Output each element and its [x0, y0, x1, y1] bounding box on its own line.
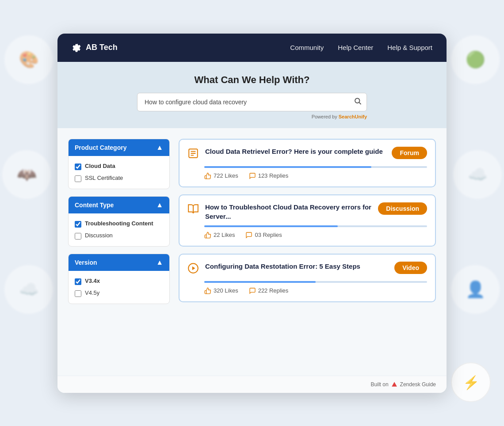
checkbox-cloud-data[interactable] [75, 164, 81, 170]
powered-by: Powered by SearchUnify [137, 114, 367, 119]
result-2-header: How to Troubleshoot Cloud Data Recovery … [187, 202, 427, 221]
result-2-replies: 03 Replies [245, 232, 282, 239]
result-3-title: Configuring Data Restotation Error: 5 Ea… [205, 262, 388, 271]
filter-version-label: Version [75, 259, 97, 266]
nav-help-center[interactable]: Help Center [338, 44, 373, 51]
nav-community[interactable]: Community [290, 44, 324, 51]
filter-item-v45y[interactable]: V4.5y [75, 287, 163, 299]
result-1-title: Cloud Data Retrievel Error? Here is your… [205, 147, 386, 156]
filter-item-ssl[interactable]: SSL Certificate [75, 172, 163, 184]
reply-icon-3 [249, 287, 256, 294]
result-1-likes-text: 722 Likes [214, 172, 238, 179]
result-3-icon [187, 262, 199, 277]
filter-content-type-body: Troubleshooting Content Discussion [69, 213, 169, 246]
search-bar-wrap [137, 93, 367, 111]
svg-line-1 [359, 102, 361, 104]
filter-product-category-label: Product Category [75, 144, 126, 151]
filter-troubleshooting-label: Troubleshooting Content [85, 220, 153, 227]
checkbox-troubleshooting[interactable] [75, 221, 81, 228]
brand-name: AB Tech [86, 43, 118, 52]
bg-circle-1: 🎨 [4, 35, 53, 84]
filter-content-type-header[interactable]: Content Type ▲ [69, 197, 169, 213]
chevron-up-icon: ▲ [156, 144, 163, 152]
result-2-icon [187, 203, 199, 217]
result-1-replies: 123 Replies [249, 172, 289, 179]
searchunify-brand: SearchUnify [339, 114, 367, 119]
filter-content-type: Content Type ▲ Troubleshooting Content D… [68, 196, 170, 247]
checkbox-v45y[interactable] [75, 290, 81, 297]
result-2-likes: 22 Likes [204, 232, 235, 239]
filter-item-troubleshooting[interactable]: Troubleshooting Content [75, 218, 163, 230]
filter-version-header[interactable]: Version ▲ [69, 254, 169, 271]
result-card-2[interactable]: How to Troubleshoot Cloud Data Recovery … [179, 194, 436, 247]
result-2-title: How to Troubleshoot Cloud Data Recovery … [205, 202, 372, 221]
result-2-meta: 22 Likes 03 Replies [187, 232, 427, 239]
chevron-up-icon-3: ▲ [156, 259, 163, 266]
svg-marker-8 [392, 382, 397, 387]
svg-marker-7 [192, 266, 195, 270]
filter-version: Version ▲ V3.4x V4.5y [68, 254, 170, 304]
filter-product-category-header[interactable]: Product Category ▲ [69, 139, 169, 156]
result-2-replies-text: 03 Replies [255, 232, 282, 238]
filter-ssl-label: SSL Certificate [85, 175, 123, 181]
gear-icon [72, 43, 81, 53]
result-3-header: Configuring Data Restotation Error: 5 Ea… [187, 262, 427, 277]
filter-item-v34x[interactable]: V3.4x [75, 275, 163, 287]
content-area: Product Category ▲ Cloud Data SSL Certif… [57, 128, 447, 376]
result-3-meta: 320 Likes 222 Replies [187, 287, 427, 294]
result-3-badge[interactable]: Video [394, 262, 427, 274]
checkbox-v34x[interactable] [75, 278, 81, 285]
filter-item-cloud-data[interactable]: Cloud Data [75, 160, 163, 172]
bg-circle-2: 🦇 [2, 150, 51, 199]
filter-discussion-label: Discussion [85, 232, 113, 239]
result-2-likes-text: 22 Likes [214, 232, 235, 238]
filter-v34x-label: V3.4x [85, 278, 100, 284]
result-3-replies: 222 Replies [249, 287, 289, 294]
sidebar: Product Category ▲ Cloud Data SSL Certif… [68, 139, 170, 365]
navbar: AB Tech Community Help Center Help & Sup… [57, 34, 447, 62]
results-list: Cloud Data Retrievel Error? Here is your… [179, 139, 436, 365]
result-1-meta: 722 Likes 123 Replies [187, 172, 427, 179]
result-3-likes: 320 Likes [204, 287, 238, 294]
brand: AB Tech [72, 43, 118, 53]
chevron-up-icon-2: ▲ [156, 201, 163, 209]
card-footer: Built on Zendesk Guide [57, 376, 447, 393]
search-icon [354, 97, 362, 105]
thumbs-up-icon [204, 172, 211, 179]
result-1-likes: 722 Likes [204, 172, 238, 179]
filter-item-discussion[interactable]: Discussion [75, 230, 163, 242]
result-1-replies-text: 123 Replies [258, 172, 289, 179]
footer-brand: Zendesk Guide [400, 381, 436, 388]
result-2-badge[interactable]: Discussion [378, 202, 427, 215]
filter-product-category-body: Cloud Data SSL Certificate [69, 156, 169, 189]
result-2-progress [204, 225, 427, 227]
result-1-header: Cloud Data Retrievel Error? Here is your… [187, 147, 427, 162]
svg-point-0 [355, 98, 360, 103]
search-area: What Can We Help With? Powered by Search… [57, 62, 447, 128]
bg-circle-7: ⚡ [451, 362, 491, 402]
bg-circle-5: ☁️ [453, 150, 502, 199]
navbar-links: Community Help Center Help & Support [290, 44, 432, 51]
result-3-replies-text: 222 Replies [258, 287, 289, 294]
result-card-1[interactable]: Cloud Data Retrievel Error? Here is your… [179, 139, 436, 187]
search-input[interactable] [137, 93, 367, 111]
checkbox-ssl[interactable] [75, 175, 81, 182]
result-card-3[interactable]: Configuring Data Restotation Error: 5 Ea… [179, 254, 436, 302]
checkbox-discussion[interactable] [75, 233, 81, 240]
filter-cloud-data-label: Cloud Data [85, 163, 115, 169]
result-1-badge[interactable]: Forum [392, 147, 427, 159]
nav-help-support[interactable]: Help & Support [387, 44, 432, 51]
search-button[interactable] [354, 97, 362, 107]
result-3-likes-text: 320 Likes [214, 287, 238, 294]
bg-circle-6: 👤 [451, 265, 500, 314]
thumbs-up-icon-2 [204, 232, 211, 239]
bg-circle-4: 🟢 [451, 35, 500, 84]
reply-icon [249, 172, 256, 179]
filter-v45y-label: V4.5y [85, 289, 99, 296]
search-heading: What Can We Help With? [72, 74, 432, 86]
filter-content-type-label: Content Type [75, 202, 114, 209]
main-card: AB Tech Community Help Center Help & Sup… [57, 34, 447, 393]
bg-circle-3: ☁️ [4, 265, 53, 314]
zendesk-icon [391, 381, 397, 388]
thumbs-up-icon-3 [204, 287, 211, 294]
